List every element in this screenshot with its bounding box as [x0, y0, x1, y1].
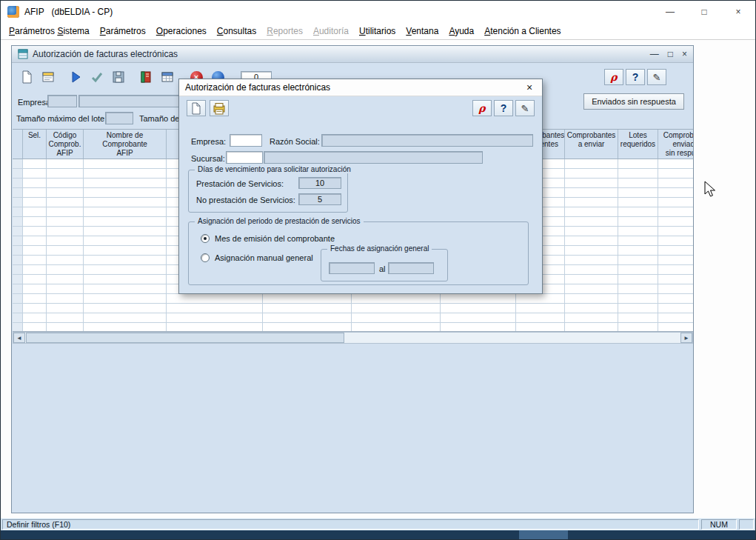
column-header[interactable]: Sel.: [23, 130, 47, 159]
bottom-border: [1, 530, 755, 539]
horizontal-scrollbar[interactable]: ◄ ►: [13, 332, 693, 344]
dialog-toolbar: ρ ? ✎: [179, 96, 542, 120]
scroll-left-button[interactable]: ◄: [13, 333, 25, 343]
maximize-button[interactable]: □: [687, 1, 721, 23]
help-icon[interactable]: ?: [626, 69, 645, 85]
sucursal-input[interactable]: [226, 151, 263, 164]
table-cell: [23, 169, 47, 179]
child-minimize-button[interactable]: —: [650, 49, 659, 59]
table-cell: [263, 313, 352, 323]
table-row[interactable]: [13, 294, 693, 304]
shortcut-keys-icon[interactable]: ✎: [515, 100, 535, 116]
no-prestacion-value-field[interactable]: 5: [298, 193, 341, 205]
save-icon[interactable]: [110, 69, 127, 85]
table-cell: [23, 188, 47, 198]
table-row[interactable]: [13, 313, 693, 323]
profile-icon[interactable]: ρ: [472, 100, 492, 116]
table-cell: [618, 227, 658, 236]
menu-item-consultas[interactable]: Consultas: [212, 24, 261, 39]
table-cell: [263, 323, 352, 332]
enviados-sin-respuesta-button[interactable]: Enviados sin respuesta: [583, 93, 684, 110]
table-cell: [23, 207, 47, 217]
dialog-titlebar[interactable]: Autorización de facturas electrónicas ×: [179, 79, 542, 96]
new-document-icon[interactable]: [18, 69, 36, 85]
empresa-input[interactable]: [230, 134, 262, 147]
table-cell: [84, 169, 167, 179]
table-cell: [658, 265, 693, 275]
table-row[interactable]: [13, 323, 693, 332]
vencimiento-group-title: Días de vencimiento para solicitar autor…: [195, 165, 354, 173]
table-cell: [516, 323, 565, 332]
table-cell: [352, 294, 441, 304]
radio-asignacion-manual[interactable]: Asignación manual general: [201, 253, 313, 262]
column-header[interactable]: [13, 130, 23, 159]
table-cell: [441, 304, 516, 313]
table-cell: [23, 265, 47, 275]
child-close-button[interactable]: ×: [682, 49, 687, 59]
batch-book-icon[interactable]: [137, 69, 155, 85]
minimize-button[interactable]: —: [653, 1, 687, 23]
menu-item-utilitarios[interactable]: Utilitarios: [354, 24, 401, 39]
table-cell: [23, 227, 47, 236]
column-header[interactable]: Lotes requeridos: [618, 130, 658, 159]
table-cell: [658, 323, 693, 332]
table-cell: [13, 265, 23, 275]
table-cell: [565, 227, 618, 236]
table-cell: [84, 256, 167, 265]
table-cell: [84, 227, 167, 236]
radio-mes-emision[interactable]: Mes de emisión del comprobante: [201, 234, 335, 243]
column-header[interactable]: Código Comprob. AFIP: [47, 130, 84, 159]
table-cell: [565, 294, 618, 304]
table-cell: [658, 198, 693, 207]
column-header[interactable]: Nombre de Comprobante AFIP: [84, 130, 167, 159]
table-cell: [565, 169, 618, 179]
table-cell: [84, 188, 167, 198]
child-titlebar[interactable]: Autorización de facturas electrónicas — …: [12, 46, 693, 63]
table-cell: [84, 179, 167, 188]
empresa-code-field: [47, 95, 77, 107]
grid-view-icon[interactable]: [158, 69, 176, 85]
scroll-right-button[interactable]: ►: [680, 333, 692, 343]
confirm-icon[interactable]: [88, 69, 106, 85]
child-maximize-button[interactable]: □: [668, 49, 673, 59]
help-icon[interactable]: ?: [494, 100, 513, 116]
menu-item-reportes[interactable]: Reportes: [261, 24, 308, 39]
close-button[interactable]: ×: [721, 1, 755, 23]
menu-item-operaciones[interactable]: Operaciones: [151, 24, 212, 39]
scroll-thumb[interactable]: [26, 333, 344, 343]
table-cell: [565, 256, 618, 265]
table-cell: [23, 179, 47, 188]
column-header[interactable]: Comprobantes enviados sin respuesta: [658, 130, 693, 159]
table-cell: [47, 207, 84, 217]
table-row[interactable]: [13, 304, 693, 313]
column-header[interactable]: Comprobantes a enviar: [565, 130, 618, 159]
table-cell: [23, 294, 47, 304]
menu-item-par-metros-sistema[interactable]: Parámetros Sistema: [4, 24, 95, 39]
table-cell: [658, 313, 693, 323]
menu-item-ventana[interactable]: Ventana: [401, 24, 444, 39]
dialog-close-button[interactable]: ×: [517, 79, 542, 96]
taskbar-item: [519, 530, 568, 539]
table-cell: [618, 246, 658, 256]
profile-icon[interactable]: ρ: [604, 69, 623, 85]
table-cell: [23, 246, 47, 256]
table-cell: [13, 323, 23, 332]
table-cell: [23, 284, 47, 294]
table-cell: [47, 159, 84, 169]
menu-item-ayuda[interactable]: Ayuda: [444, 24, 479, 39]
table-cell: [352, 313, 441, 323]
menu-item-auditor-a[interactable]: Auditoría: [308, 24, 354, 39]
run-icon[interactable]: [67, 69, 84, 85]
table-cell: [23, 236, 47, 246]
prestacion-value-field[interactable]: 10: [298, 177, 341, 189]
table-cell: [658, 159, 693, 169]
table-cell: [565, 217, 618, 227]
table-cell: [565, 275, 618, 284]
menu-item-atenci-n-a-clientes[interactable]: Atención a Clientes: [479, 24, 566, 39]
asignacion-group-title: Asignación del periodo de prestación de …: [195, 217, 364, 225]
form-properties-icon[interactable]: [39, 69, 57, 85]
shortcut-keys-icon[interactable]: ✎: [647, 69, 666, 85]
print-icon[interactable]: [210, 100, 229, 116]
menu-item-par-metros[interactable]: Parámetros: [95, 24, 151, 39]
new-document-icon[interactable]: [187, 100, 206, 116]
